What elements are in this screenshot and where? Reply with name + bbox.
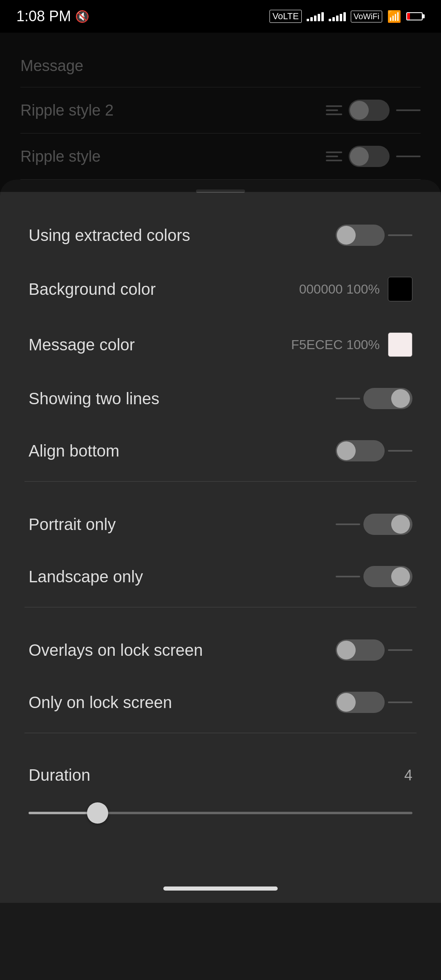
overlays-lock-screen-toggle[interactable]	[336, 639, 412, 661]
portrait-only-toggle[interactable]	[336, 514, 412, 535]
nav-bar	[0, 878, 441, 903]
using-extracted-colors-thumb	[337, 226, 356, 245]
only-lock-screen-label: Only on lock screen	[29, 693, 172, 712]
showing-two-lines-label: Showing two lines	[29, 390, 159, 408]
only-lock-screen-thumb	[337, 693, 356, 712]
bg-message-label: Message	[20, 57, 83, 75]
bg-ripple-toggle	[349, 146, 390, 167]
duration-slider-container[interactable]	[29, 801, 412, 825]
toggle-tail-7	[388, 702, 412, 703]
showing-two-lines-item[interactable]: Showing two lines	[0, 372, 441, 425]
using-extracted-colors-label: Using extracted colors	[29, 226, 190, 245]
bg-ripple-controls	[326, 146, 421, 167]
spacer-2	[0, 612, 441, 624]
only-lock-screen-track[interactable]	[336, 692, 385, 713]
duration-value: 4	[404, 767, 412, 784]
using-extracted-colors-item[interactable]: Using extracted colors	[0, 209, 441, 261]
using-extracted-colors-track[interactable]	[336, 225, 385, 246]
overlays-lock-screen-label: Overlays on lock screen	[29, 641, 203, 659]
divider-1	[24, 481, 416, 482]
overlays-lock-screen-item[interactable]: Overlays on lock screen	[0, 624, 441, 676]
status-icons: VoLTE VoWiFi 📶	[270, 10, 425, 23]
spacer-1	[0, 486, 441, 498]
bg-ripple2-toggle	[349, 100, 390, 121]
status-time: 1:08 PM 🔇	[16, 8, 89, 25]
signal-bars-1	[307, 11, 324, 21]
bg-slider-icon-2	[326, 151, 342, 161]
background-content: Message Ripple style 2 Ripple style	[0, 33, 441, 192]
bottom-sheet: Using extracted colors Background color …	[0, 180, 441, 878]
bg-ripple-row: Ripple style	[20, 134, 421, 180]
background-color-item[interactable]: Background color 000000 100%	[0, 261, 441, 317]
background-color-code: 000000 100%	[299, 282, 380, 297]
bg-ripple2-controls	[326, 100, 421, 121]
message-color-code: F5ECEC 100%	[291, 337, 380, 352]
portrait-only-track[interactable]	[363, 514, 412, 535]
spacer-3	[0, 737, 441, 750]
message-color-value[interactable]: F5ECEC 100%	[291, 332, 412, 357]
volte-badge: VoLTE	[270, 10, 301, 23]
background-color-value[interactable]: 000000 100%	[299, 277, 412, 301]
background-color-swatch[interactable]	[388, 277, 412, 301]
duration-slider-track[interactable]	[29, 812, 412, 814]
battery-icon	[406, 12, 425, 20]
message-color-item[interactable]: Message color F5ECEC 100%	[0, 317, 441, 372]
bg-ripple-track	[396, 156, 421, 157]
duration-label: Duration	[29, 766, 90, 784]
message-color-label: Message color	[29, 336, 135, 354]
align-bottom-item[interactable]: Align bottom	[0, 425, 441, 477]
bg-ripple2-track	[396, 109, 421, 111]
nav-pill	[163, 886, 278, 891]
toggle-tail-5	[336, 576, 360, 577]
bg-ripple2-row: Ripple style 2	[20, 87, 421, 134]
duration-slider-thumb[interactable]	[87, 802, 108, 824]
align-bottom-track[interactable]	[336, 440, 385, 461]
align-bottom-toggle[interactable]	[336, 440, 412, 461]
align-bottom-label: Align bottom	[29, 442, 119, 460]
divider-3	[24, 733, 416, 733]
bg-ripple-label: Ripple style	[20, 148, 100, 165]
vowifi-badge: VoWiFi	[351, 11, 382, 22]
portrait-only-thumb	[391, 515, 410, 534]
toggle-tail-1	[388, 234, 412, 236]
toggle-tail-6	[388, 649, 412, 651]
background-color-label: Background color	[29, 280, 156, 298]
duration-section: Duration 4	[0, 750, 441, 842]
showing-two-lines-thumb	[391, 389, 410, 408]
portrait-only-label: Portrait only	[29, 515, 116, 534]
overlays-lock-screen-track[interactable]	[336, 639, 385, 661]
only-lock-screen-item[interactable]: Only on lock screen	[0, 676, 441, 728]
message-color-swatch[interactable]	[388, 332, 412, 357]
mute-icon: 🔇	[75, 10, 89, 23]
landscape-only-toggle[interactable]	[336, 566, 412, 587]
using-extracted-colors-toggle[interactable]	[336, 225, 412, 246]
portrait-only-item[interactable]: Portrait only	[0, 498, 441, 550]
landscape-only-track[interactable]	[363, 566, 412, 587]
only-lock-screen-toggle[interactable]	[336, 692, 412, 713]
landscape-only-label: Landscape only	[29, 568, 143, 586]
toggle-tail-2	[336, 398, 360, 399]
bg-message-row: Message	[20, 45, 421, 87]
overlays-lock-screen-thumb	[337, 641, 356, 659]
bg-ripple2-label: Ripple style 2	[20, 102, 114, 119]
align-bottom-thumb	[337, 441, 356, 460]
showing-two-lines-toggle[interactable]	[336, 388, 412, 409]
landscape-only-thumb	[391, 567, 410, 586]
settings-list: Using extracted colors Background color …	[0, 197, 441, 854]
signal-bars-2	[329, 11, 346, 21]
landscape-only-item[interactable]: Landscape only	[0, 550, 441, 603]
duration-header: Duration 4	[29, 766, 412, 784]
toggle-tail-3	[388, 450, 412, 452]
status-bar: 1:08 PM 🔇 VoLTE VoWiFi 📶	[0, 0, 441, 33]
wifi-icon: 📶	[387, 10, 401, 23]
bg-slider-icon-1	[326, 105, 342, 115]
time-label: 1:08 PM	[16, 8, 71, 25]
showing-two-lines-track[interactable]	[363, 388, 412, 409]
toggle-tail-4	[336, 523, 360, 525]
divider-2	[24, 607, 416, 608]
